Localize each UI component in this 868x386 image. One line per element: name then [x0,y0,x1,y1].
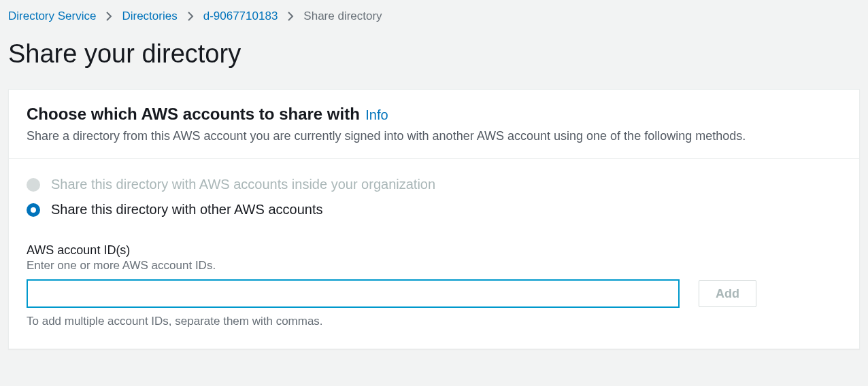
radio-share-inside-org: Share this directory with AWS accounts i… [27,177,841,192]
breadcrumb: Directory Service Directories d-90677101… [0,0,868,30]
radio-label: Share this directory with AWS accounts i… [51,177,435,192]
radio-icon [27,178,40,192]
add-button[interactable]: Add [699,280,756,307]
panel-body: Share this directory with AWS accounts i… [9,159,859,349]
share-panel: Choose which AWS accounts to share with … [8,89,860,349]
radio-share-other-accounts[interactable]: Share this directory with other AWS acco… [27,202,841,217]
breadcrumb-directories[interactable]: Directories [122,10,177,23]
radio-label: Share this directory with other AWS acco… [51,202,322,217]
chevron-right-icon [105,12,112,21]
account-id-field: AWS account ID(s) Enter one or more AWS … [27,243,841,328]
breadcrumb-directory-id[interactable]: d-9067710183 [203,10,278,23]
breadcrumb-directory-service[interactable]: Directory Service [8,10,96,23]
share-method-radio-group: Share this directory with AWS accounts i… [27,177,841,217]
chevron-right-icon [287,12,294,21]
field-label: AWS account ID(s) [27,243,841,258]
panel-header: Choose which AWS accounts to share with … [9,90,859,159]
panel-heading: Choose which AWS accounts to share with [27,105,360,123]
panel-subtitle: Share a directory from this AWS account … [27,129,841,143]
chevron-right-icon [187,12,194,21]
page-title: Share your directory [0,30,868,89]
radio-icon [27,203,40,217]
info-link[interactable]: Info [365,107,388,122]
account-id-input[interactable] [27,279,680,308]
field-helper: To add multiple account IDs, separate th… [27,315,841,328]
breadcrumb-current: Share directory [303,10,382,23]
field-hint: Enter one or more AWS account IDs. [27,259,841,273]
